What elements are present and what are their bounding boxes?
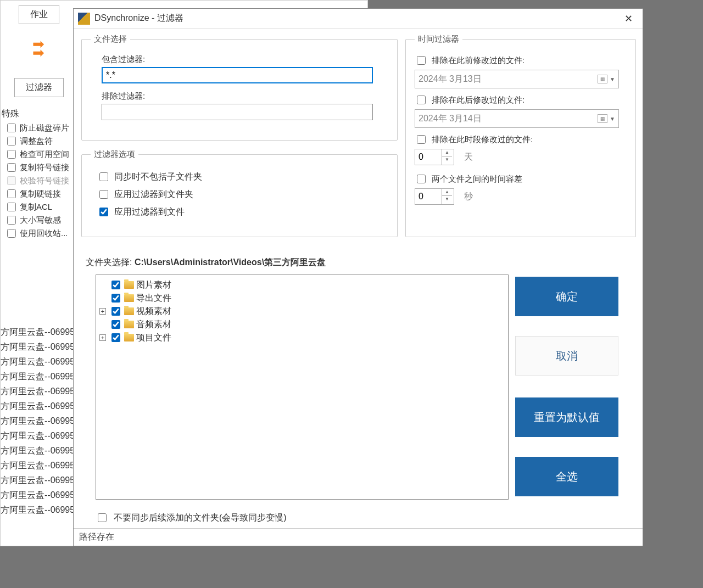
exclude-period-label: 排除在此时段修改过的文件: (432, 135, 533, 145)
check-exclude-period[interactable] (417, 135, 426, 144)
tree-item-label: 视频素材 (136, 306, 171, 317)
date-after-value: 2024年 3月14日 (419, 113, 482, 125)
check-available-space[interactable] (7, 150, 16, 159)
check-no-subfolders[interactable] (99, 172, 108, 181)
date-before-field[interactable]: 2024年 3月13日 ▦▼ (415, 70, 619, 88)
check-label: 校验符号链接 (20, 176, 69, 186)
file-select-legend: 文件选择 (91, 34, 130, 44)
tree-checkbox[interactable] (111, 320, 120, 329)
exclude-before-label: 排除在此前修改过的文件: (432, 55, 525, 66)
ok-button[interactable]: 确定 (515, 277, 618, 316)
exclude-after-label: 排除在此后修改过的文件: (432, 95, 525, 105)
check-no-sync-new-folders[interactable] (98, 513, 107, 522)
opt-label: 应用过滤器到文件 (114, 206, 185, 218)
folder-icon (124, 307, 134, 315)
check-recycle-bin[interactable] (7, 229, 16, 238)
time-filter-group: 时间过滤器 排除在此前修改过的文件: 2024年 3月13日 ▦▼ 排除在此后修… (405, 34, 636, 237)
special-group-label: 特殊 (2, 108, 77, 120)
check-prevent-fragmentation[interactable] (7, 124, 16, 132)
check-copy-acl[interactable] (7, 203, 16, 211)
check-label: 调整盘符 (20, 136, 53, 147)
log-line: 方阿里云盘--06995 (1, 428, 75, 443)
tree-item-label: 图片素材 (136, 279, 171, 291)
filter-button-bg[interactable]: 过滤器 (14, 78, 64, 97)
check-exclude-after[interactable] (417, 96, 426, 104)
tree-item[interactable]: 导出文件 (99, 292, 505, 305)
log-list: 方阿里云盘--06995 方阿里云盘--06995 方阿里云盘--06995 方… (1, 324, 75, 517)
spin-up-icon[interactable]: ▲ (442, 189, 452, 196)
tolerance-spin[interactable]: ▲▼ (415, 188, 454, 205)
time-filter-legend: 时间过滤器 (415, 34, 462, 44)
tree-item[interactable]: 音频素材 (99, 318, 505, 331)
tree-checkbox[interactable] (111, 294, 120, 303)
reset-button[interactable]: 重置为默认值 (515, 397, 618, 437)
folder-select-prefix: 文件夹选择: (86, 257, 135, 267)
seconds-unit: 秒 (464, 191, 473, 203)
check-case-sensitive[interactable] (7, 216, 16, 225)
log-line: 方阿里云盘--06995 (1, 399, 75, 413)
check-label: 检查可用空间 (20, 149, 69, 160)
log-line: 方阿里云盘--06995 (1, 488, 75, 502)
exclude-filter-input[interactable] (102, 104, 373, 120)
log-line: 方阿里云盘--06995 (1, 502, 75, 517)
tree-checkbox[interactable] (111, 307, 120, 316)
titlebar[interactable]: DSynchronize - 过滤器 ✕ (74, 9, 643, 29)
check-copy-symlink[interactable] (7, 163, 16, 172)
check-exclude-before[interactable] (417, 56, 426, 65)
log-line: 方阿里云盘--06995 (1, 413, 75, 428)
time-tolerance-label: 两个文件之间的时间容差 (432, 174, 522, 184)
check-time-tolerance[interactable] (417, 175, 426, 183)
expand-icon[interactable]: + (99, 308, 106, 315)
folder-icon (124, 321, 134, 328)
days-input[interactable] (415, 149, 442, 165)
check-label: 复制硬链接 (20, 189, 61, 199)
include-filter-input[interactable] (102, 67, 373, 83)
tree-item-label: 音频素材 (136, 319, 171, 331)
select-all-button[interactable]: 全选 (515, 457, 618, 496)
check-adjust-drive[interactable] (7, 137, 16, 145)
check-apply-to-files[interactable] (99, 208, 108, 216)
folder-tree[interactable]: 图片素材 导出文件 + 视频素材 音频素材 + (96, 275, 509, 500)
date-after-field[interactable]: 2024年 3月14日 ▦▼ (415, 109, 619, 128)
check-copy-hardlink[interactable] (7, 189, 16, 198)
log-line: 方阿里云盘--06995 (1, 473, 75, 488)
no-sync-new-folders-label: 不要同步后续添加的文件夹(会导致同步变慢) (114, 512, 287, 524)
close-icon[interactable]: ✕ (619, 10, 638, 27)
check-label: 使用回收站... (20, 228, 68, 239)
tree-checkbox[interactable] (111, 333, 120, 342)
folder-select-path: C:\Users\Administrator\Videos\第三方阿里云盘 (135, 257, 326, 267)
days-spin[interactable]: ▲▼ (415, 149, 454, 165)
date-before-value: 2024年 3月13日 (419, 74, 482, 85)
calendar-icon: ▦ (598, 114, 607, 123)
check-verify-symlink (7, 176, 16, 185)
opt-label: 应用过滤器到文件夹 (114, 189, 193, 200)
file-select-group: 文件选择 包含过滤器: 排除过滤器: (81, 34, 398, 141)
window-title: DSynchronize - 过滤器 (94, 13, 619, 24)
tree-item-label: 项目文件 (136, 332, 171, 344)
log-line: 方阿里云盘--06995 (1, 384, 75, 399)
log-line: 方阿里云盘--06995 (1, 354, 75, 369)
tree-item[interactable]: + 视频素材 (99, 305, 505, 318)
check-label: 复制ACL (20, 202, 52, 212)
folder-icon (124, 334, 134, 341)
tree-item[interactable]: 图片素材 (99, 278, 505, 292)
check-apply-to-folders[interactable] (99, 190, 108, 199)
calendar-icon: ▦ (598, 75, 607, 83)
expand-icon[interactable]: + (99, 334, 106, 341)
app-icon (78, 13, 90, 25)
tolerance-input[interactable] (415, 189, 442, 204)
folder-select-label: 文件夹选择: C:\Users\Administrator\Videos\第三方… (86, 257, 326, 268)
spin-down-icon[interactable]: ▼ (442, 196, 452, 203)
job-button[interactable]: 作业 (19, 5, 59, 24)
log-line: 方阿里云盘--06995 (1, 443, 75, 458)
check-label: 防止磁盘碎片 (20, 123, 69, 133)
tree-item[interactable]: + 项目文件 (99, 331, 505, 344)
filter-dialog: DSynchronize - 过滤器 ✕ 文件选择 包含过滤器: 排除过滤器: … (73, 8, 643, 546)
tree-checkbox[interactable] (111, 281, 120, 289)
spin-down-icon[interactable]: ▼ (442, 156, 452, 163)
cancel-button[interactable]: 取消 (515, 336, 618, 376)
log-line: 方阿里云盘--06995 (1, 458, 75, 473)
spin-up-icon[interactable]: ▲ (442, 149, 452, 156)
log-line: 方阿里云盘--06995 (1, 324, 75, 339)
log-line: 方阿里云盘--06995 (1, 369, 75, 384)
